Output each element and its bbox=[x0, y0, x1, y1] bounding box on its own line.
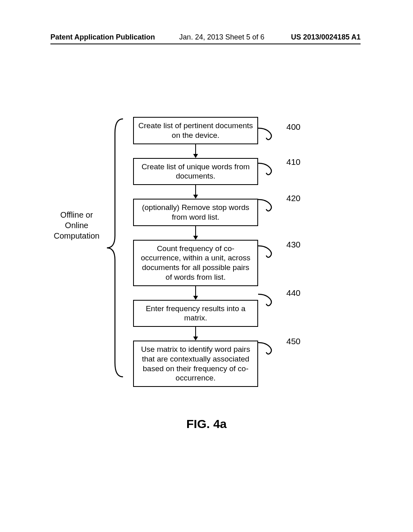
step-box-450: Use matrix to identify word pairs that a… bbox=[133, 341, 258, 387]
step-box-410: Create list of unique words from documen… bbox=[133, 158, 258, 185]
ref-hook-icon bbox=[258, 242, 282, 260]
ref-number: 420 bbox=[286, 193, 300, 203]
header-patent-number: US 2013/0024185 A1 bbox=[291, 33, 361, 42]
curly-brace-icon bbox=[105, 117, 125, 379]
svg-marker-9 bbox=[193, 337, 198, 341]
ref-number: 450 bbox=[286, 337, 300, 346]
svg-marker-7 bbox=[193, 296, 198, 300]
step-text: Enter frequency results into a matrix. bbox=[146, 304, 245, 322]
step-text: Use matrix to identify word pairs that a… bbox=[141, 345, 250, 382]
figure-label: FIG. 4a bbox=[0, 417, 413, 431]
ref-number: 410 bbox=[286, 157, 300, 167]
step-text: Create list of pertinent documents on th… bbox=[138, 121, 253, 139]
arrow-down-icon bbox=[133, 286, 258, 300]
step-text: (optionally) Remove stop words from word… bbox=[142, 203, 249, 221]
svg-marker-3 bbox=[193, 195, 198, 199]
svg-marker-5 bbox=[193, 236, 198, 240]
ref-hook-icon bbox=[258, 339, 282, 356]
arrow-down-icon bbox=[133, 185, 258, 199]
header-publication: Patent Application Publication bbox=[50, 33, 155, 42]
brace-label: Offline or Online Computation bbox=[48, 210, 105, 241]
step-box-400: Create list of pertinent documents on th… bbox=[133, 117, 258, 144]
step-box-430: Count frequency of co-occurrence, within… bbox=[133, 240, 258, 286]
ref-number: 440 bbox=[286, 288, 300, 298]
step-text: Create list of unique words from documen… bbox=[142, 162, 250, 181]
arrow-down-icon bbox=[133, 144, 258, 158]
page-header: Patent Application Publication Jan. 24, … bbox=[0, 33, 413, 42]
ref-hook-icon bbox=[258, 124, 282, 142]
header-date-sheet: Jan. 24, 2013 Sheet 5 of 6 bbox=[179, 33, 264, 42]
step-text: Count frequency of co-occurrence, within… bbox=[141, 244, 250, 281]
arrow-down-icon bbox=[133, 226, 258, 240]
flow-column: Create list of pertinent documents on th… bbox=[133, 117, 258, 387]
ref-hook-icon bbox=[258, 159, 282, 177]
ref-number: 430 bbox=[286, 240, 300, 249]
step-box-420: (optionally) Remove stop words from word… bbox=[133, 199, 258, 226]
ref-hook-icon bbox=[258, 290, 282, 308]
flowchart: Offline or Online Computation Create lis… bbox=[48, 117, 355, 391]
svg-marker-1 bbox=[193, 154, 198, 158]
ref-hook-icon bbox=[258, 195, 282, 213]
arrow-down-icon bbox=[133, 327, 258, 341]
ref-number: 400 bbox=[286, 122, 300, 132]
header-rule bbox=[50, 44, 361, 44]
step-box-440: Enter frequency results into a matrix. bbox=[133, 300, 258, 327]
